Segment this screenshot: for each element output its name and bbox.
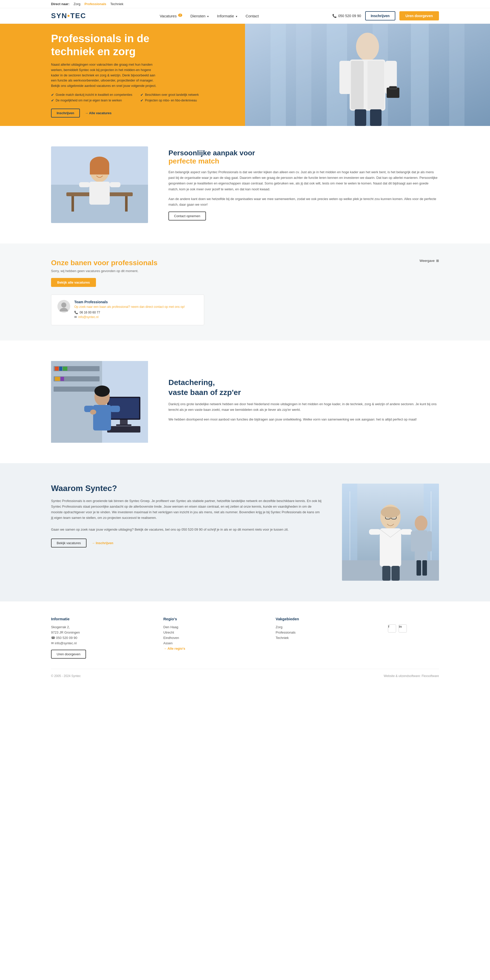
svg-rect-65 xyxy=(369,529,381,535)
hero-buttons: Inschrijven → Alle vacatures xyxy=(51,108,225,118)
footer-top: Informatie Skogerrak 2, 9723 JR Groninge… xyxy=(51,617,439,659)
bekijk-vacatures-button[interactable]: Bekijk alle vacatures xyxy=(51,278,96,287)
aanpak-image xyxy=(51,146,148,223)
svg-rect-12 xyxy=(339,61,351,94)
hero-image xyxy=(245,24,490,126)
svg-rect-74 xyxy=(422,560,427,576)
topbar-zorg[interactable]: Zorg xyxy=(73,2,80,6)
contact-opnemen-button[interactable]: Contact opnemen xyxy=(168,212,206,221)
aanpak-section: Persoonlijke aanpak voor perfecte match … xyxy=(0,126,490,243)
footer-address: Skogerrak 2, xyxy=(51,625,153,629)
svg-rect-50 xyxy=(110,406,120,412)
hero-content: Professionals in de techniek en zorg Naa… xyxy=(0,24,245,126)
svg-rect-32 xyxy=(51,361,102,443)
svg-rect-70 xyxy=(415,530,428,561)
footer-regios: Regio's Den Haag Utrecht Eindhoven Assen… xyxy=(163,617,265,659)
waarom-vacatures-button[interactable]: Bekijk vacatures xyxy=(51,539,87,547)
svg-rect-72 xyxy=(428,531,432,552)
svg-rect-26 xyxy=(89,181,110,205)
team-phone: 06 16 00 60 77 xyxy=(79,311,100,314)
hero-vacatures-link[interactable]: → Alle vacatures xyxy=(85,111,111,115)
detachering-image-svg xyxy=(51,361,148,443)
nav-vacatures[interactable]: Vacatures 2 xyxy=(160,14,182,18)
topbar-techniek[interactable]: Techniek xyxy=(110,2,123,6)
check-icon-4: ✔ xyxy=(140,99,143,102)
svg-rect-25 xyxy=(90,164,109,175)
footer-regio-utrecht[interactable]: Utrecht xyxy=(163,630,265,634)
footer-vakgebieden: Vakgebieden Zorg Professionals Techniek xyxy=(276,617,378,659)
footer-bottom: © 2005 - 2024 Syntec Website & uitzendso… xyxy=(51,669,439,678)
team-info: Team Professionals Op zoek naar een baan… xyxy=(74,300,185,320)
check-icon-2: ✔ xyxy=(51,99,54,102)
svg-rect-43 xyxy=(120,420,128,425)
svg-point-30 xyxy=(60,308,68,312)
footer-regios-title: Regio's xyxy=(163,617,265,621)
footer-vak-zorg[interactable]: Zorg xyxy=(276,625,378,629)
vacatures-badge: 2 xyxy=(178,14,182,17)
hero-description: Naast allerlei uitdagingen voor vakracht… xyxy=(51,62,158,89)
topbar-professionals[interactable]: Professionals xyxy=(84,2,106,6)
team-avatar xyxy=(57,300,70,313)
header-uren-button[interactable]: Uren doorgeven xyxy=(400,11,439,21)
svg-rect-36 xyxy=(55,367,59,371)
banen-title: Onze banen voor professionals xyxy=(51,259,157,267)
header-phone[interactable]: 📞 050 520 09 90 xyxy=(332,14,361,18)
svg-point-63 xyxy=(381,507,400,518)
phone-icon-small: 📞 xyxy=(74,311,78,314)
linkedin-icon[interactable]: in xyxy=(399,624,407,633)
footer-credits: Website & uitzendsoftware: Flexsoftware xyxy=(384,674,439,678)
weergave-button[interactable]: Weergave ⊞ xyxy=(420,259,439,262)
svg-rect-6 xyxy=(411,24,429,126)
footer-regio-assen[interactable]: Assen xyxy=(163,641,265,645)
check-icon-3: ✔ xyxy=(140,93,143,97)
waarom-content: Waarom Syntec? Syntec Professionals is e… xyxy=(51,484,322,547)
logo-text: SYN•TEC xyxy=(51,12,86,20)
nav-contact[interactable]: Contact xyxy=(246,14,259,18)
detachering-text2: We hebben doorlopend een mooi aanbod van… xyxy=(168,417,439,422)
footer-vak-techniek[interactable]: Techniek xyxy=(276,636,378,640)
hero-check-2: ✔ De mogelijkheid om met je eigen team t… xyxy=(51,99,135,102)
team-name: Team Professionals xyxy=(74,300,185,304)
nav-informatie[interactable]: Informatie ▾ xyxy=(217,14,237,18)
svg-rect-17 xyxy=(389,86,397,89)
detachering-title: Detachering, vaste baan of zzp'er xyxy=(168,377,439,397)
team-card: Team Professionals Op zoek naar een baan… xyxy=(51,294,204,325)
aanpak-text1: Een belangrijk aspect van Syntec Profess… xyxy=(168,169,439,192)
svg-point-69 xyxy=(415,515,428,531)
header-inschrijven-button[interactable]: Inschrijven xyxy=(365,11,395,21)
svg-point-29 xyxy=(61,302,67,308)
aanpak-text2: Aan de andere kant doen we hetzelfde bij… xyxy=(168,196,439,207)
team-email[interactable]: info@syntec.nl xyxy=(78,315,98,319)
footer-regio-eindhoven[interactable]: Eindhoven xyxy=(163,636,265,640)
logo[interactable]: SYN•TEC xyxy=(51,12,86,20)
email-icon-small: ✉ xyxy=(74,315,77,319)
nav-diensten[interactable]: Diensten ▾ xyxy=(190,14,209,18)
footer-vak-professionals[interactable]: Professionals xyxy=(276,630,378,634)
svg-rect-38 xyxy=(63,367,67,371)
footer-uren-button[interactable]: Uren doorgeven xyxy=(51,650,86,659)
svg-rect-73 xyxy=(417,560,421,576)
waarom-section: Waarom Syntec? Syntec Professionals is e… xyxy=(0,463,490,601)
aanpak-title: Persoonlijke aanpak voor perfecte match xyxy=(168,149,439,165)
waarom-inner: Waarom Syntec? Syntec Professionals is e… xyxy=(51,484,439,581)
footer-regio-denhaag[interactable]: Den Haag xyxy=(163,625,265,629)
waarom-inschrijven-link[interactable]: → Inschrijven xyxy=(92,541,113,545)
footer-alle-regios[interactable]: → Alle regio's xyxy=(163,647,265,651)
topbar-label: Direct naar: xyxy=(51,2,70,6)
banen-header: Onze banen voor professionals Weergave ⊞ xyxy=(51,259,439,267)
waarom-image xyxy=(342,484,439,581)
hero-image-svg xyxy=(245,24,490,126)
svg-rect-39 xyxy=(55,377,60,381)
svg-rect-45 xyxy=(107,426,140,433)
hero-check-3: ✔ Beschikken over groot landelijk netwer… xyxy=(140,93,225,97)
svg-rect-68 xyxy=(392,566,400,581)
diensten-arrow: ▾ xyxy=(207,15,209,18)
svg-rect-11 xyxy=(368,61,384,109)
facebook-icon[interactable]: f xyxy=(388,624,396,633)
hero-image-placeholder xyxy=(245,24,490,126)
footer-phone: ☎ 050 520 09 90 xyxy=(51,636,153,640)
hero-inschrijven-button[interactable]: Inschrijven xyxy=(51,108,80,118)
detachering-content: Detachering, vaste baan of zzp'er Dankzi… xyxy=(168,377,439,426)
team-description-link[interactable]: Op zoek naar een baan als professional? … xyxy=(74,305,185,309)
svg-rect-37 xyxy=(59,367,62,371)
